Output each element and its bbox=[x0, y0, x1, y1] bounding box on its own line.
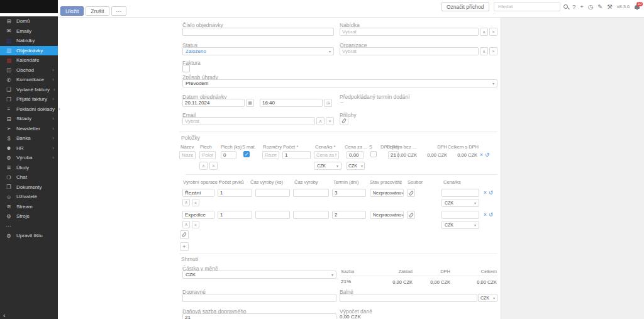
sidebar-item-kalendare[interactable]: ▦Kalendáře bbox=[0, 55, 58, 65]
sidebar-item-upravit-listu[interactable]: ⚙Upravit lištu bbox=[0, 231, 58, 241]
cancel-button[interactable]: Zrušit bbox=[86, 6, 109, 16]
notifications-bell-icon[interactable]: 10 bbox=[634, 3, 641, 11]
op-time-input[interactable] bbox=[293, 211, 329, 219]
remove-button[interactable]: × bbox=[209, 162, 218, 170]
wrench-icon[interactable]: ⚒ bbox=[607, 3, 613, 10]
clear-icon[interactable]: × bbox=[489, 47, 497, 55]
chevron-up-icon[interactable]: ∧ bbox=[480, 28, 488, 36]
payment-method-select[interactable]: Převodem ▾ bbox=[182, 79, 497, 87]
refresh-op-icon[interactable]: ↺ bbox=[489, 189, 493, 196]
help-icon[interactable]: ? bbox=[572, 3, 575, 10]
item-cena-ks-currency-select[interactable]: CZK ▾ bbox=[314, 162, 341, 170]
item-rozmery-input[interactable] bbox=[262, 151, 279, 159]
clock-icon[interactable]: ◷ bbox=[324, 99, 332, 107]
more-actions-button[interactable]: ⋯ bbox=[111, 6, 127, 16]
chevron-up-icon[interactable]: ∧ bbox=[316, 117, 325, 125]
op-count-input[interactable] bbox=[218, 189, 252, 197]
mark-arrival-button[interactable]: Označit příchod bbox=[441, 2, 489, 11]
op-time-per-input[interactable] bbox=[255, 189, 290, 197]
move-up-button[interactable]: ∧ bbox=[182, 199, 190, 206]
op-status-select[interactable]: Nezpracováno ▾ bbox=[370, 189, 404, 197]
sidebar-item-prijate-faktury[interactable]: ❐Přijaté faktury› bbox=[0, 94, 58, 104]
status-select[interactable]: Založeno ▾ bbox=[182, 47, 334, 55]
shipping-input[interactable] bbox=[182, 294, 336, 302]
pen-icon[interactable]: ✎ bbox=[597, 3, 602, 10]
attach-file-button[interactable] bbox=[407, 211, 415, 219]
sidebar-item-dokumenty[interactable]: ❒Dokumenty bbox=[0, 182, 58, 193]
add-icon[interactable]: + bbox=[580, 3, 584, 10]
sidebar-item-komunikace[interactable]: ✆Komunikace› bbox=[0, 75, 58, 85]
sidebar-collapse-icon[interactable]: ‹ bbox=[3, 311, 6, 319]
organization-input[interactable] bbox=[340, 47, 479, 55]
order-number-input[interactable] bbox=[182, 28, 334, 36]
packing-currency-select[interactable]: CZK ▾ bbox=[478, 294, 497, 302]
order-date-input[interactable] bbox=[182, 99, 245, 107]
op-price-input[interactable] bbox=[441, 189, 479, 197]
remove-item-icon[interactable]: × bbox=[480, 152, 483, 158]
sidebar-item-ukoly[interactable]: ≣Úkoly bbox=[0, 163, 58, 173]
invoice-checkbox[interactable] bbox=[182, 65, 190, 72]
calendar-icon[interactable]: ▦ bbox=[246, 99, 254, 107]
offer-input[interactable] bbox=[340, 28, 479, 36]
sidebar-item-pokladni-doklady[interactable]: ≡Pokladní doklady› bbox=[0, 104, 58, 115]
item-pocet-input[interactable] bbox=[282, 151, 311, 159]
move-up-button[interactable]: ∧ bbox=[199, 162, 208, 170]
item-plech-input[interactable] bbox=[199, 151, 216, 159]
op-term-input[interactable] bbox=[332, 211, 366, 219]
save-button[interactable]: Uložit bbox=[60, 6, 84, 16]
move-up-button[interactable]: ∧ bbox=[182, 221, 190, 228]
refresh-item-icon[interactable]: ↺ bbox=[485, 152, 489, 158]
sidebar-item-sklady[interactable]: ⊟Sklady› bbox=[0, 114, 58, 124]
item-plech-ks-input[interactable] bbox=[221, 151, 236, 159]
remove-button[interactable]: × bbox=[192, 199, 199, 206]
email-input[interactable] bbox=[182, 117, 315, 125]
sidebar-item-vydane-faktury[interactable]: ❏Vydané faktury› bbox=[0, 85, 58, 95]
clear-icon[interactable]: × bbox=[326, 117, 334, 125]
sidebar-item-hr[interactable]: ☻HR› bbox=[0, 143, 58, 154]
op-status-select[interactable]: Nezpracováno ▾ bbox=[370, 211, 404, 219]
item-cena-ks-input[interactable] bbox=[314, 151, 339, 159]
remove-op-icon[interactable]: × bbox=[484, 189, 487, 196]
item-s-mat-checkbox[interactable]: ✓ bbox=[243, 151, 250, 157]
remove-button[interactable]: × bbox=[192, 221, 199, 228]
op-name-input[interactable] bbox=[182, 211, 214, 219]
op-time-input[interactable] bbox=[293, 189, 329, 197]
shipping-tax-input[interactable] bbox=[182, 313, 336, 319]
item-cena-za-currency-select[interactable]: CZK ▾ bbox=[347, 162, 365, 170]
sidebar-item-stream[interactable]: ≋Stream bbox=[0, 202, 58, 212]
sidebar-item-chat[interactable]: ❍Chat bbox=[0, 172, 58, 182]
sidebar-item-emaily[interactable]: ✉Emaily bbox=[0, 26, 58, 36]
item-s-checkbox[interactable] bbox=[370, 151, 377, 157]
sidebar-item-banka[interactable]: $Banka› bbox=[0, 133, 58, 143]
search-icon[interactable] bbox=[564, 4, 568, 9]
refresh-op-icon[interactable]: ↺ bbox=[489, 211, 493, 218]
remove-op-icon[interactable]: × bbox=[484, 211, 487, 218]
clear-icon[interactable]: × bbox=[489, 28, 497, 36]
op-currency-select[interactable]: CZK ▾ bbox=[441, 199, 479, 207]
sidebar-item-objednavky[interactable]: ▥Objednávky bbox=[0, 46, 58, 56]
sidebar-item-obchod[interactable]: ◫Obchod› bbox=[0, 65, 58, 76]
sidebar-item-stroje[interactable]: ⚙Stroje bbox=[0, 211, 58, 221]
item-name-input[interactable] bbox=[179, 151, 196, 159]
sidebar-item-domu[interactable]: ⊞Domů bbox=[0, 16, 58, 26]
op-price-input[interactable] bbox=[441, 211, 479, 219]
sidebar-item-newsletter[interactable]: ➢Newsletter› bbox=[0, 124, 58, 134]
op-name-input[interactable] bbox=[182, 189, 214, 197]
op-time-per-input[interactable] bbox=[255, 211, 290, 219]
attach-file-button[interactable] bbox=[340, 116, 348, 125]
sidebar-item-vyroba[interactable]: ⚙Výroba› bbox=[0, 153, 58, 163]
chevron-up-icon[interactable]: ∧ bbox=[480, 47, 488, 55]
order-time-input[interactable] bbox=[260, 99, 323, 107]
item-cena-za-input[interactable] bbox=[347, 151, 364, 159]
op-currency-select[interactable]: CZK ▾ bbox=[441, 221, 479, 229]
summary-currency-select[interactable]: CZK ▾ bbox=[182, 271, 336, 279]
packing-input[interactable] bbox=[340, 294, 477, 302]
sidebar-item-nabidky[interactable]: ▤Nabídky bbox=[0, 36, 58, 46]
attach-file-button[interactable] bbox=[180, 230, 189, 239]
op-term-input[interactable] bbox=[332, 189, 366, 197]
clock-icon[interactable]: ◷ bbox=[588, 3, 593, 10]
attach-file-button[interactable] bbox=[407, 189, 415, 197]
sidebar-item-more[interactable]: ⋯ bbox=[0, 221, 58, 232]
search-input[interactable] bbox=[494, 2, 560, 11]
op-count-input[interactable] bbox=[218, 211, 252, 219]
